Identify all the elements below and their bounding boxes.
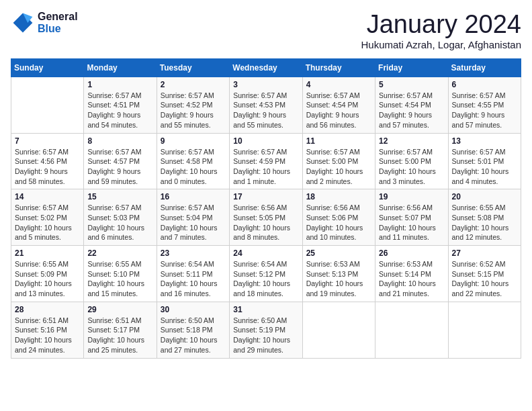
calendar-cell: 8 Sunrise: 6:57 AM Sunset: 4:57 PM Dayli…	[84, 133, 157, 189]
day-info: Sunrise: 6:57 AM Sunset: 5:00 PM Dayligh…	[379, 147, 444, 187]
day-info: Sunrise: 6:55 AM Sunset: 5:09 PM Dayligh…	[15, 259, 80, 299]
header: General Blue January 2024 Hukumati Azrah…	[11, 11, 521, 50]
day-number: 18	[306, 192, 371, 201]
day-info: Sunrise: 6:54 AM Sunset: 5:12 PM Dayligh…	[233, 259, 298, 299]
logo-line1: General	[38, 11, 78, 23]
day-number: 20	[452, 192, 517, 201]
day-info: Sunrise: 6:57 AM Sunset: 4:56 PM Dayligh…	[15, 147, 80, 187]
calendar-cell: 2 Sunrise: 6:57 AM Sunset: 4:52 PM Dayli…	[157, 77, 229, 133]
day-number: 11	[306, 136, 371, 146]
day-info: Sunrise: 6:54 AM Sunset: 5:11 PM Dayligh…	[161, 259, 226, 299]
day-info: Sunrise: 6:57 AM Sunset: 4:58 PM Dayligh…	[161, 147, 226, 187]
day-number: 16	[161, 192, 226, 201]
day-number: 9	[161, 136, 226, 146]
logo-line2: Blue	[38, 23, 78, 35]
day-info: Sunrise: 6:57 AM Sunset: 4:59 PM Dayligh…	[233, 147, 298, 187]
day-info: Sunrise: 6:57 AM Sunset: 4:55 PM Dayligh…	[452, 91, 517, 130]
calendar-cell: 21 Sunrise: 6:55 AM Sunset: 5:09 PM Dayl…	[11, 246, 84, 302]
calendar-cell: 28 Sunrise: 6:51 AM Sunset: 5:16 PM Dayl…	[11, 302, 84, 358]
day-info: Sunrise: 6:52 AM Sunset: 5:15 PM Dayligh…	[452, 259, 517, 299]
day-number: 10	[233, 136, 298, 146]
col-sunday: Sunday	[11, 58, 84, 77]
day-number: 7	[15, 136, 80, 146]
calendar-cell: 3 Sunrise: 6:57 AM Sunset: 4:53 PM Dayli…	[230, 77, 302, 133]
day-number: 25	[306, 248, 371, 258]
day-number: 1	[87, 80, 152, 89]
calendar-cell	[11, 77, 84, 133]
day-number: 6	[452, 80, 517, 89]
calendar-cell: 11 Sunrise: 6:57 AM Sunset: 5:00 PM Dayl…	[302, 133, 375, 189]
col-saturday: Saturday	[448, 58, 521, 77]
day-info: Sunrise: 6:57 AM Sunset: 4:54 PM Dayligh…	[379, 91, 444, 130]
day-info: Sunrise: 6:57 AM Sunset: 5:03 PM Dayligh…	[87, 203, 152, 242]
calendar-cell	[375, 302, 448, 358]
day-info: Sunrise: 6:53 AM Sunset: 5:13 PM Dayligh…	[306, 259, 371, 299]
col-tuesday: Tuesday	[157, 58, 229, 77]
day-number: 5	[379, 80, 444, 89]
day-info: Sunrise: 6:57 AM Sunset: 5:02 PM Dayligh…	[15, 203, 80, 242]
calendar-cell: 17 Sunrise: 6:56 AM Sunset: 5:05 PM Dayl…	[230, 189, 302, 246]
calendar-cell: 23 Sunrise: 6:54 AM Sunset: 5:11 PM Dayl…	[157, 246, 229, 302]
calendar-cell: 22 Sunrise: 6:55 AM Sunset: 5:10 PM Dayl…	[84, 246, 157, 302]
day-info: Sunrise: 6:57 AM Sunset: 4:52 PM Dayligh…	[161, 91, 226, 130]
calendar-cell: 24 Sunrise: 6:54 AM Sunset: 5:12 PM Dayl…	[230, 246, 302, 302]
calendar-cell: 5 Sunrise: 6:57 AM Sunset: 4:54 PM Dayli…	[375, 77, 448, 133]
day-number: 23	[161, 248, 226, 258]
day-info: Sunrise: 6:57 AM Sunset: 5:04 PM Dayligh…	[161, 203, 226, 242]
calendar-cell: 27 Sunrise: 6:52 AM Sunset: 5:15 PM Dayl…	[448, 246, 521, 302]
calendar-week-4: 21 Sunrise: 6:55 AM Sunset: 5:09 PM Dayl…	[11, 246, 521, 302]
day-number: 4	[306, 80, 371, 89]
location-title: Hukumati Azrah, Logar, Afghanistan	[361, 39, 521, 50]
day-info: Sunrise: 6:57 AM Sunset: 4:51 PM Dayligh…	[87, 91, 152, 130]
calendar-cell	[302, 302, 375, 358]
day-number: 12	[379, 136, 444, 146]
calendar-cell: 7 Sunrise: 6:57 AM Sunset: 4:56 PM Dayli…	[11, 133, 84, 189]
col-wednesday: Wednesday	[230, 58, 302, 77]
day-number: 24	[233, 248, 298, 258]
day-info: Sunrise: 6:50 AM Sunset: 5:18 PM Dayligh…	[161, 316, 226, 355]
calendar-cell: 25 Sunrise: 6:53 AM Sunset: 5:13 PM Dayl…	[302, 246, 375, 302]
day-number: 14	[15, 192, 80, 201]
calendar-cell: 4 Sunrise: 6:57 AM Sunset: 4:54 PM Dayli…	[302, 77, 375, 133]
day-number: 17	[233, 192, 298, 201]
day-info: Sunrise: 6:50 AM Sunset: 5:19 PM Dayligh…	[233, 316, 298, 355]
calendar-cell: 19 Sunrise: 6:56 AM Sunset: 5:07 PM Dayl…	[375, 189, 448, 246]
calendar-table: Sunday Monday Tuesday Wednesday Thursday…	[11, 58, 521, 359]
calendar-cell: 29 Sunrise: 6:51 AM Sunset: 5:17 PM Dayl…	[84, 302, 157, 358]
day-number: 3	[233, 80, 298, 89]
calendar-cell: 13 Sunrise: 6:57 AM Sunset: 5:01 PM Dayl…	[448, 133, 521, 189]
day-number: 22	[87, 248, 152, 258]
calendar-cell: 9 Sunrise: 6:57 AM Sunset: 4:58 PM Dayli…	[157, 133, 229, 189]
calendar-cell: 16 Sunrise: 6:57 AM Sunset: 5:04 PM Dayl…	[157, 189, 229, 246]
calendar-week-2: 7 Sunrise: 6:57 AM Sunset: 4:56 PM Dayli…	[11, 133, 521, 189]
day-info: Sunrise: 6:51 AM Sunset: 5:17 PM Dayligh…	[87, 316, 152, 355]
day-number: 15	[87, 192, 152, 201]
calendar-cell: 30 Sunrise: 6:50 AM Sunset: 5:18 PM Dayl…	[157, 302, 229, 358]
day-number: 28	[15, 305, 80, 314]
day-number: 8	[87, 136, 152, 146]
day-number: 26	[379, 248, 444, 258]
col-friday: Friday	[375, 58, 448, 77]
day-info: Sunrise: 6:57 AM Sunset: 4:54 PM Dayligh…	[306, 91, 371, 130]
calendar-cell: 14 Sunrise: 6:57 AM Sunset: 5:02 PM Dayl…	[11, 189, 84, 246]
logo: General Blue	[11, 11, 78, 35]
calendar-cell: 20 Sunrise: 6:55 AM Sunset: 5:08 PM Dayl…	[448, 189, 521, 246]
col-thursday: Thursday	[302, 58, 375, 77]
day-info: Sunrise: 6:53 AM Sunset: 5:14 PM Dayligh…	[379, 259, 444, 299]
calendar-week-5: 28 Sunrise: 6:51 AM Sunset: 5:16 PM Dayl…	[11, 302, 521, 358]
title-area: January 2024 Hukumati Azrah, Logar, Afgh…	[361, 11, 521, 50]
day-number: 2	[161, 80, 226, 89]
calendar-cell: 1 Sunrise: 6:57 AM Sunset: 4:51 PM Dayli…	[84, 77, 157, 133]
day-info: Sunrise: 6:57 AM Sunset: 4:53 PM Dayligh…	[233, 91, 298, 130]
calendar-cell: 31 Sunrise: 6:50 AM Sunset: 5:19 PM Dayl…	[230, 302, 302, 358]
calendar-cell: 18 Sunrise: 6:56 AM Sunset: 5:06 PM Dayl…	[302, 189, 375, 246]
day-info: Sunrise: 6:55 AM Sunset: 5:08 PM Dayligh…	[452, 203, 517, 242]
day-info: Sunrise: 6:57 AM Sunset: 5:01 PM Dayligh…	[452, 147, 517, 187]
day-number: 19	[379, 192, 444, 201]
header-row: Sunday Monday Tuesday Wednesday Thursday…	[11, 58, 521, 77]
calendar-cell: 26 Sunrise: 6:53 AM Sunset: 5:14 PM Dayl…	[375, 246, 448, 302]
day-number: 21	[15, 248, 80, 258]
month-title: January 2024	[361, 11, 521, 39]
day-number: 27	[452, 248, 517, 258]
day-info: Sunrise: 6:56 AM Sunset: 5:06 PM Dayligh…	[306, 203, 371, 242]
